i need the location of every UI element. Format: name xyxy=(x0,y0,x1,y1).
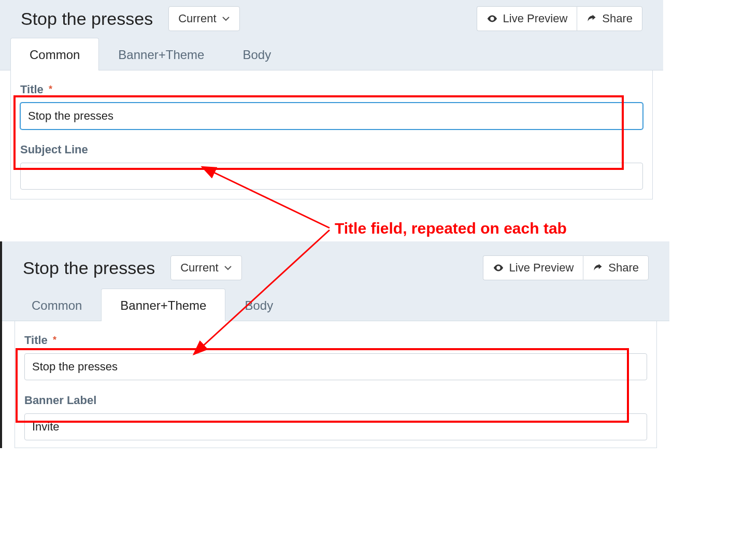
version-dropdown[interactable]: Current xyxy=(168,6,239,31)
share-label: Share xyxy=(602,12,633,25)
editor-header-panel: Stop the presses Current Live Preview Sh… xyxy=(0,0,663,70)
required-asterisk-icon: * xyxy=(53,335,56,345)
title-label-text: Title xyxy=(24,334,48,347)
annotation-text: Title field, repeated on each tab xyxy=(335,220,567,237)
share-button[interactable]: Share xyxy=(583,255,649,280)
tab-common[interactable]: Common xyxy=(12,289,101,321)
tab-bar: Common Banner+Theme Body xyxy=(2,288,669,321)
chevron-down-icon xyxy=(222,15,230,23)
live-preview-button[interactable]: Live Preview xyxy=(483,255,583,280)
tab-common[interactable]: Common xyxy=(10,38,99,70)
banner-label-label: Banner Label xyxy=(24,394,647,407)
page-title: Stop the presses xyxy=(23,258,155,278)
title-field-block: Title * xyxy=(20,83,643,130)
tab-bar: Common Banner+Theme Body xyxy=(0,37,663,70)
share-button[interactable]: Share xyxy=(577,6,642,31)
eye-icon xyxy=(493,262,504,274)
banner-label-field-block: Banner Label xyxy=(24,394,647,440)
tab-banner-theme[interactable]: Banner+Theme xyxy=(99,38,223,70)
title-label: Title * xyxy=(20,83,643,96)
banner-label-input[interactable] xyxy=(24,413,647,440)
title-label-text: Title xyxy=(20,83,44,96)
share-arrow-icon xyxy=(586,13,597,24)
title-input[interactable] xyxy=(24,353,647,380)
required-asterisk-icon: * xyxy=(49,84,52,94)
editor-header-panel: Stop the presses Current Live Preview Sh… xyxy=(2,241,669,321)
tab-body[interactable]: Body xyxy=(223,38,290,70)
title-label: Title * xyxy=(24,334,647,347)
version-dropdown[interactable]: Current xyxy=(170,255,241,280)
live-preview-label: Live Preview xyxy=(509,261,574,275)
form-panel: Title * Banner Label xyxy=(15,321,657,448)
share-arrow-icon xyxy=(593,263,603,273)
share-label: Share xyxy=(608,261,639,275)
title-field-block: Title * xyxy=(24,334,647,380)
version-dropdown-label: Current xyxy=(178,12,216,25)
subject-line-label: Subject Line xyxy=(20,143,643,156)
subject-line-input[interactable] xyxy=(20,163,643,190)
subject-line-field-block: Subject Line xyxy=(20,143,643,190)
page-title: Stop the presses xyxy=(21,9,153,29)
title-input[interactable] xyxy=(20,103,643,130)
live-preview-button[interactable]: Live Preview xyxy=(477,6,577,31)
tab-banner-theme[interactable]: Banner+Theme xyxy=(101,289,225,321)
tab-body[interactable]: Body xyxy=(225,289,292,321)
eye-icon xyxy=(487,13,498,24)
version-dropdown-label: Current xyxy=(180,261,218,275)
chevron-down-icon xyxy=(224,264,232,272)
form-panel: Title * Subject Line xyxy=(10,70,653,199)
live-preview-label: Live Preview xyxy=(503,12,568,25)
